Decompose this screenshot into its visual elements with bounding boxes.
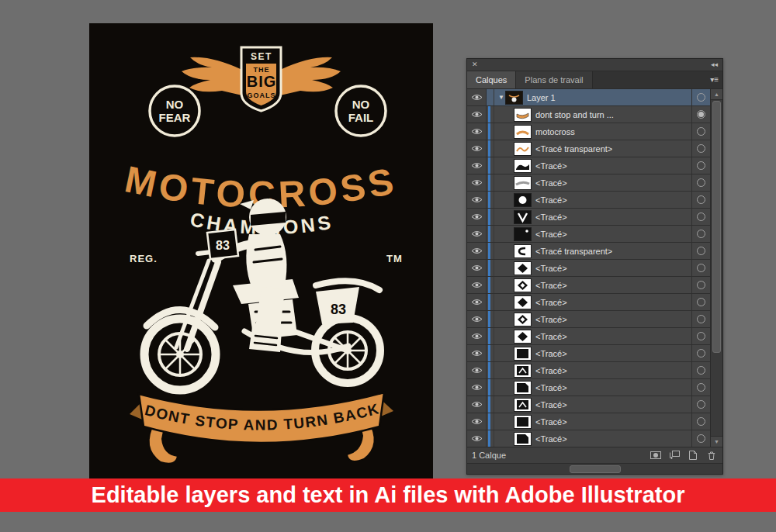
layer-row[interactable]: <Tracé> [467,430,710,447]
layer-row[interactable]: <Tracé> [467,311,710,328]
layer-row[interactable]: <Tracé> [467,174,710,192]
visibility-toggle[interactable] [467,430,487,447]
layer-row-content[interactable]: <Tracé> [494,209,691,225]
layer-row-content[interactable]: <Tracé> [494,362,691,378]
target-column[interactable] [691,209,710,225]
layer-row[interactable]: <Tracé> [467,345,710,362]
visibility-toggle[interactable] [467,328,487,344]
target-column[interactable] [691,243,710,259]
visibility-toggle[interactable] [467,192,487,208]
layer-row[interactable]: <Tracé> [467,209,710,226]
layer-row-content[interactable]: <Tracé> [494,379,691,396]
target-column[interactable] [691,192,710,208]
delete-icon[interactable] [705,450,718,461]
target-circle-icon[interactable] [697,281,705,289]
target-column[interactable] [691,396,710,413]
visibility-toggle[interactable] [467,260,487,276]
target-column[interactable] [691,157,710,174]
hscroll-thumb[interactable] [570,465,621,473]
visibility-toggle[interactable] [467,106,487,123]
target-circle-icon[interactable] [697,195,705,204]
layer-row[interactable]: <Tracé> [467,260,710,277]
target-column[interactable] [691,413,710,430]
target-column[interactable] [691,345,710,361]
target-column[interactable] [691,328,710,344]
visibility-toggle[interactable] [467,157,487,174]
layer-row[interactable]: dont stop and turn ... [467,106,710,123]
layer-row-content[interactable]: <Tracé> [494,192,691,208]
visibility-toggle[interactable] [467,226,487,242]
target-circle-icon[interactable] [697,366,705,375]
layer-row[interactable]: <Tracé> [467,362,710,379]
layer-row-content[interactable]: <Tracé> [494,294,691,310]
scroll-up-icon[interactable]: ▲ [711,89,722,100]
new-sublayer-icon[interactable] [668,450,681,461]
visibility-toggle[interactable] [467,311,487,327]
target-circle-icon[interactable] [697,434,705,443]
layer-row[interactable]: <Tracé> [467,396,710,413]
tab-plans-de-travail[interactable]: Plans de travail [516,71,592,88]
target-circle-icon[interactable] [697,383,705,392]
target-circle-icon[interactable] [697,315,705,323]
target-column[interactable] [691,379,710,396]
target-circle-icon[interactable] [697,230,705,238]
layer-row-content[interactable]: <Tracé> [494,260,691,276]
target-column[interactable] [691,430,710,447]
layer-row-content[interactable]: dont stop and turn ... [494,106,691,123]
target-circle-icon[interactable] [697,93,705,102]
layer-row-content[interactable]: <Tracé> [494,174,691,191]
make-mask-icon[interactable] [650,450,662,461]
visibility-toggle[interactable] [467,379,487,396]
target-circle-icon[interactable] [697,178,705,187]
visibility-toggle[interactable] [467,396,487,413]
visibility-toggle[interactable] [467,294,487,310]
visibility-toggle[interactable] [467,362,487,378]
target-circle-icon[interactable] [697,161,705,170]
layer-row[interactable]: <Tracé> [467,294,710,311]
layer-row-content[interactable]: <Tracé> [494,345,691,361]
visibility-toggle[interactable] [467,123,487,140]
target-column[interactable] [691,362,710,378]
layer-row[interactable]: <Tracé> [467,379,710,396]
vertical-scrollbar[interactable]: ▲ ▼ [710,89,722,447]
target-column[interactable] [691,226,710,242]
visibility-toggle[interactable] [467,140,487,157]
layer-row[interactable]: <Tracé> [467,277,710,294]
layer-row-content[interactable]: <Tracé> [494,277,691,293]
target-column[interactable] [691,123,710,140]
layer-row[interactable]: <Tracé transparent> [467,140,710,157]
layer-row[interactable]: <Tracé> [467,157,710,174]
target-circle-icon[interactable] [697,400,705,409]
target-column[interactable] [691,140,710,157]
layer-row-content[interactable]: <Tracé> [494,413,691,430]
close-icon[interactable]: ✕ [472,59,478,71]
layer-row-content[interactable]: <Tracé transparent> [494,243,691,259]
target-column[interactable] [691,106,710,123]
target-circle-icon[interactable] [697,127,705,136]
target-column[interactable] [691,294,710,310]
layer-row-content[interactable]: <Tracé> [494,396,691,413]
layer-row[interactable]: motocross [467,123,710,140]
target-circle-icon[interactable] [697,144,705,153]
target-circle-icon[interactable] [697,349,705,358]
visibility-toggle[interactable] [467,345,487,361]
expand-triangle-icon[interactable]: ▼ [497,94,506,101]
layer-row-content[interactable]: ▼Layer 1 [494,89,691,105]
new-layer-icon[interactable] [687,450,699,461]
layer-row-content[interactable]: <Tracé transparent> [494,140,691,157]
layer-row[interactable]: <Tracé> [467,328,710,345]
layer-row-content[interactable]: <Tracé> [494,226,691,242]
collapse-panel-icon[interactable]: ◂◂ [711,59,718,71]
horizontal-scrollbar[interactable] [467,463,722,474]
layer-row-content[interactable]: <Tracé> [494,430,691,447]
layer-row[interactable]: ▼Layer 1 [467,89,710,106]
visibility-toggle[interactable] [467,89,487,105]
target-circle-icon[interactable] [697,332,705,340]
tab-calques[interactable]: Calques [467,71,516,88]
visibility-toggle[interactable] [467,243,487,259]
layer-row-content[interactable]: <Tracé> [494,328,691,344]
target-circle-icon[interactable] [697,417,705,426]
target-column[interactable] [691,311,710,327]
visibility-toggle[interactable] [467,277,487,293]
layer-row[interactable]: <Tracé> [467,226,710,243]
